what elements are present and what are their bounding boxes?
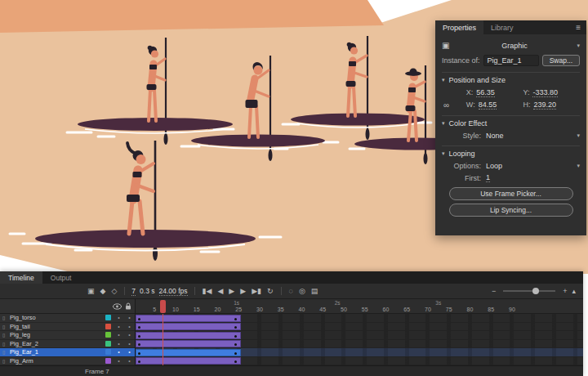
playhead-marker[interactable] bbox=[160, 300, 166, 313]
collapse-triangle-icon[interactable]: ▾ bbox=[442, 150, 445, 157]
instance-name-field[interactable]: Pig_Ear_1 bbox=[483, 55, 539, 66]
frames-Pig_leg[interactable] bbox=[136, 331, 583, 340]
keyframe-dot[interactable] bbox=[234, 352, 237, 355]
layer-type-icon: ▯ bbox=[2, 358, 10, 364]
layer-lock-toggle[interactable]: • bbox=[124, 332, 135, 338]
layer-visibility-toggle[interactable]: • bbox=[114, 315, 124, 320]
panel-menu-icon[interactable]: ≡ bbox=[570, 20, 586, 34]
use-frame-picker-button[interactable]: Use Frame Picker... bbox=[449, 187, 573, 200]
layer-lock-toggle[interactable]: • bbox=[124, 315, 135, 320]
lock-unlock-all-layers-icon[interactable] bbox=[122, 302, 133, 310]
playhead-line[interactable] bbox=[163, 314, 163, 365]
keyframe-dot[interactable] bbox=[234, 318, 237, 320]
tween-span[interactable] bbox=[136, 332, 241, 339]
ruler-frame-number: 70 bbox=[425, 307, 431, 312]
h-value[interactable]: 239.20 bbox=[533, 101, 556, 110]
keyframe-dot[interactable] bbox=[234, 343, 237, 346]
frame-rate-value[interactable]: 24.00 fps bbox=[159, 287, 188, 296]
frame-area[interactable]: 1s2s3s 510152025303540455055606570758085… bbox=[136, 299, 583, 365]
onion-skin-outlines-icon[interactable]: ◎ bbox=[298, 288, 306, 295]
layer-color-swatch[interactable] bbox=[105, 341, 111, 347]
section-color-effect[interactable]: ▾ Color Effect bbox=[442, 115, 580, 130]
layer-Pig_Ear_1[interactable]: ▯Pig_Ear_1•• bbox=[0, 348, 135, 357]
layer-color-swatch[interactable] bbox=[105, 358, 111, 364]
loop-playback-icon[interactable]: ↻ bbox=[266, 288, 274, 295]
x-value[interactable]: 56.35 bbox=[476, 88, 495, 97]
step-forward-icon[interactable]: ▶ bbox=[239, 288, 247, 295]
w-value[interactable]: 84.55 bbox=[479, 101, 497, 110]
timeline-ruler[interactable]: 1s2s3s 510152025303540455055606570758085… bbox=[136, 299, 583, 314]
tween-span[interactable] bbox=[136, 323, 241, 330]
tween-span[interactable] bbox=[136, 349, 241, 356]
tween-span[interactable] bbox=[136, 315, 241, 322]
frames-Pig_tail[interactable] bbox=[136, 323, 583, 332]
keyframe-dot[interactable] bbox=[138, 343, 140, 346]
layer-color-swatch[interactable] bbox=[105, 349, 111, 355]
y-value[interactable]: -333.80 bbox=[532, 88, 558, 97]
layer-Pig_torso[interactable]: ▯Pig_torso•• bbox=[0, 314, 135, 323]
zoom-in-icon[interactable]: + bbox=[562, 288, 568, 295]
first-frame-value[interactable]: 1 bbox=[486, 173, 490, 182]
keyframe-dot[interactable] bbox=[138, 352, 140, 355]
keyframe-dot[interactable] bbox=[138, 335, 140, 338]
play-icon[interactable]: ▶ bbox=[228, 288, 235, 295]
insert-blank-keyframe-icon[interactable]: ◇ bbox=[110, 288, 118, 295]
tween-span[interactable] bbox=[136, 357, 241, 365]
layer-visibility-toggle[interactable]: • bbox=[114, 358, 124, 364]
layer-Pig_tail[interactable]: ▯Pig_tail•• bbox=[0, 323, 135, 332]
keyframe-dot[interactable] bbox=[234, 335, 237, 338]
layer-lock-toggle[interactable]: • bbox=[124, 324, 135, 329]
swap-button[interactable]: Swap... bbox=[542, 55, 580, 66]
loop-options-dropdown[interactable]: Loop ▾ bbox=[486, 162, 580, 170]
tab-library[interactable]: Library bbox=[483, 20, 521, 34]
keyframe-dot[interactable] bbox=[234, 326, 237, 329]
keyframe-dot[interactable] bbox=[234, 360, 237, 363]
section-position-and-size[interactable]: ▾ Position and Size bbox=[442, 72, 580, 87]
edit-multiple-frames-icon[interactable]: ▤ bbox=[310, 288, 319, 295]
first-frame-label: First: bbox=[442, 174, 481, 182]
tab-timeline[interactable]: Timeline bbox=[0, 271, 42, 284]
tab-output[interactable]: Output bbox=[42, 271, 80, 284]
onion-skin-icon[interactable]: ◌ bbox=[288, 288, 294, 295]
layer-color-swatch[interactable] bbox=[105, 324, 111, 329]
layer-visibility-toggle[interactable]: • bbox=[114, 324, 124, 329]
layer-visibility-toggle[interactable]: • bbox=[114, 349, 124, 355]
layer-color-swatch[interactable] bbox=[105, 315, 111, 320]
go-to-last-frame-icon[interactable]: ▶▮ bbox=[251, 288, 262, 295]
layer-lock-toggle[interactable]: • bbox=[124, 358, 135, 364]
symbol-type-dropdown[interactable]: Graphic ▾ bbox=[455, 42, 580, 50]
keyframe-dot[interactable] bbox=[138, 318, 140, 320]
link-width-height-icon[interactable]: ∞ bbox=[442, 101, 466, 110]
collapse-triangle-icon[interactable]: ▾ bbox=[442, 120, 445, 127]
keyframe-dot[interactable] bbox=[138, 360, 140, 363]
frames-Pig_Ear_2[interactable] bbox=[136, 340, 583, 349]
current-frame-value[interactable]: 7 bbox=[131, 287, 136, 296]
zoom-slider-handle[interactable] bbox=[532, 288, 539, 294]
zoom-out-icon[interactable]: − bbox=[491, 288, 497, 295]
insert-keyframe-icon[interactable]: ◆ bbox=[100, 288, 107, 295]
timeline-zoom-slider[interactable] bbox=[503, 290, 555, 292]
camera-icon[interactable]: ▣ bbox=[87, 288, 96, 295]
layer-lock-toggle[interactable]: • bbox=[124, 349, 135, 355]
reset-zoom-icon[interactable]: ▴ bbox=[571, 288, 577, 295]
tween-span[interactable] bbox=[136, 340, 241, 347]
keyframe-dot[interactable] bbox=[138, 326, 140, 329]
layer-Pig_Ear_2[interactable]: ▯Pig_Ear_2•• bbox=[0, 340, 135, 349]
style-dropdown[interactable]: None ▾ bbox=[486, 132, 580, 140]
frames-Pig_Arm[interactable] bbox=[136, 357, 583, 366]
go-to-first-frame-icon[interactable]: ▮◀ bbox=[202, 288, 213, 295]
collapse-triangle-icon[interactable]: ▾ bbox=[442, 77, 445, 83]
lip-syncing-button[interactable]: Lip Syncing... bbox=[449, 204, 573, 217]
show-hide-all-layers-icon[interactable] bbox=[112, 303, 122, 310]
layer-visibility-toggle[interactable]: • bbox=[114, 332, 124, 338]
frames-Pig_torso[interactable] bbox=[136, 314, 583, 323]
layer-Pig_leg[interactable]: ▯Pig_leg•• bbox=[0, 331, 135, 340]
layer-color-swatch[interactable] bbox=[105, 332, 111, 338]
section-looping[interactable]: ▾ Looping bbox=[442, 145, 580, 160]
layer-Pig_Arm[interactable]: ▯Pig_Arm•• bbox=[0, 357, 135, 366]
step-back-icon[interactable]: ◀ bbox=[216, 288, 224, 295]
layer-visibility-toggle[interactable]: • bbox=[114, 341, 124, 347]
layer-lock-toggle[interactable]: • bbox=[124, 341, 135, 347]
frames-Pig_Ear_1[interactable] bbox=[136, 348, 583, 357]
tab-properties[interactable]: Properties bbox=[435, 20, 483, 34]
